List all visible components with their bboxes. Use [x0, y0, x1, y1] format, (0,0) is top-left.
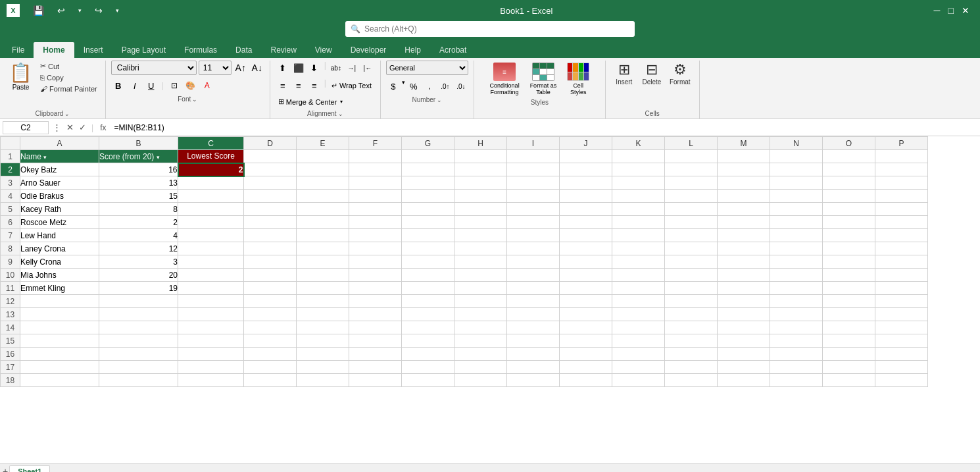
- col-header-O[interactable]: O: [823, 137, 875, 150]
- cell-K18[interactable]: [612, 374, 665, 387]
- cell-N3[interactable]: [770, 176, 823, 190]
- cell-G5[interactable]: [402, 203, 454, 216]
- formula-menu-button[interactable]: ⋮: [51, 122, 62, 132]
- cell-K11[interactable]: [612, 282, 665, 295]
- cell-L18[interactable]: [665, 374, 718, 387]
- cell-P17[interactable]: [875, 361, 928, 374]
- align-bottom-button[interactable]: ⬇: [307, 61, 322, 75]
- cell-J8[interactable]: [560, 242, 612, 255]
- underline-button[interactable]: U: [144, 78, 159, 93]
- cell-M11[interactable]: [718, 282, 770, 295]
- cell-E14[interactable]: [297, 321, 349, 334]
- cell-N8[interactable]: [770, 242, 823, 255]
- close-button[interactable]: ✕: [958, 3, 973, 18]
- tab-acrobat[interactable]: Acrobat: [430, 42, 476, 58]
- cell-C4[interactable]: [178, 190, 244, 203]
- cell-D8[interactable]: [244, 242, 297, 255]
- row-num-16[interactable]: 16: [1, 348, 20, 361]
- cell-J12[interactable]: [560, 295, 612, 308]
- cell-N10[interactable]: [770, 269, 823, 282]
- cell-F15[interactable]: [349, 334, 402, 348]
- border-button[interactable]: ⊡: [167, 78, 182, 93]
- cell-H17[interactable]: [454, 361, 507, 374]
- cell-H5[interactable]: [454, 203, 507, 216]
- cell-H12[interactable]: [454, 295, 507, 308]
- customize-qat[interactable]: ▾: [112, 5, 123, 16]
- cell-A5[interactable]: Kacey Rath: [20, 203, 99, 216]
- cell-K13[interactable]: [612, 308, 665, 321]
- cell-P2[interactable]: [875, 163, 928, 176]
- cell-A13[interactable]: [20, 308, 99, 321]
- col-header-F[interactable]: F: [349, 137, 402, 150]
- cell-C17[interactable]: [178, 361, 244, 374]
- italic-button[interactable]: I: [128, 78, 142, 93]
- col-header-L[interactable]: L: [665, 137, 718, 150]
- cell-L7[interactable]: [665, 229, 718, 242]
- cell-O2[interactable]: [823, 163, 875, 176]
- cell-A6[interactable]: Roscoe Metz: [20, 216, 99, 229]
- cancel-formula-button[interactable]: ✕: [65, 122, 75, 132]
- cell-K12[interactable]: [612, 295, 665, 308]
- cell-N11[interactable]: [770, 282, 823, 295]
- cell-G14[interactable]: [402, 321, 454, 334]
- cell-O16[interactable]: [823, 348, 875, 361]
- cell-N2[interactable]: [770, 163, 823, 176]
- cell-I5[interactable]: [507, 203, 560, 216]
- tab-review[interactable]: Review: [261, 42, 305, 58]
- format-painter-button[interactable]: 🖌 Format Painter: [37, 84, 100, 94]
- cell-C13[interactable]: [178, 308, 244, 321]
- cell-G11[interactable]: [402, 282, 454, 295]
- cell-D2[interactable]: [244, 163, 297, 176]
- cell-D14[interactable]: [244, 321, 297, 334]
- cell-M12[interactable]: [718, 295, 770, 308]
- cell-G13[interactable]: [402, 308, 454, 321]
- cell-N17[interactable]: [770, 361, 823, 374]
- tab-data[interactable]: Data: [226, 42, 261, 58]
- cell-P6[interactable]: [875, 216, 928, 229]
- cell-E18[interactable]: [297, 374, 349, 387]
- cell-A4[interactable]: Odie Brakus: [20, 190, 99, 203]
- cell-E4[interactable]: [297, 190, 349, 203]
- sheet-tab-1[interactable]: Sheet1: [9, 465, 50, 473]
- cell-G3[interactable]: [402, 176, 454, 190]
- cell-C15[interactable]: [178, 334, 244, 348]
- cell-F4[interactable]: [349, 190, 402, 203]
- col-header-A[interactable]: A: [20, 137, 99, 150]
- cell-G12[interactable]: [402, 295, 454, 308]
- cell-F11[interactable]: [349, 282, 402, 295]
- wrap-text-button[interactable]: ↵ Wrap Text: [329, 78, 374, 93]
- cell-C1[interactable]: Lowest Score: [178, 150, 244, 163]
- cell-M6[interactable]: [718, 216, 770, 229]
- cell-O10[interactable]: [823, 269, 875, 282]
- currency-button[interactable]: $: [386, 79, 401, 93]
- cell-O13[interactable]: [823, 308, 875, 321]
- cell-H16[interactable]: [454, 348, 507, 361]
- cell-F14[interactable]: [349, 321, 402, 334]
- cell-D17[interactable]: [244, 361, 297, 374]
- row-num-10[interactable]: 10: [1, 269, 20, 282]
- number-format-select[interactable]: General: [386, 61, 468, 75]
- indent-button[interactable]: →|: [345, 61, 359, 75]
- cell-N18[interactable]: [770, 374, 823, 387]
- cell-P14[interactable]: [875, 321, 928, 334]
- row-num-1[interactable]: 1: [1, 150, 20, 163]
- cell-J1[interactable]: [560, 150, 612, 163]
- cell-B13[interactable]: [99, 308, 178, 321]
- undo-button[interactable]: ↩: [53, 3, 69, 18]
- col-header-D[interactable]: D: [244, 137, 297, 150]
- cell-I1[interactable]: [507, 150, 560, 163]
- cell-F1[interactable]: [349, 150, 402, 163]
- comma-button[interactable]: ,: [422, 79, 437, 93]
- cell-A15[interactable]: [20, 334, 99, 348]
- cell-I14[interactable]: [507, 321, 560, 334]
- row-num-17[interactable]: 17: [1, 361, 20, 374]
- cell-C5[interactable]: [178, 203, 244, 216]
- cell-K4[interactable]: [612, 190, 665, 203]
- cell-H1[interactable]: [454, 150, 507, 163]
- cell-B14[interactable]: [99, 321, 178, 334]
- cell-A18[interactable]: [20, 374, 99, 387]
- cell-F13[interactable]: [349, 308, 402, 321]
- cell-E11[interactable]: [297, 282, 349, 295]
- cell-A16[interactable]: [20, 348, 99, 361]
- cell-O11[interactable]: [823, 282, 875, 295]
